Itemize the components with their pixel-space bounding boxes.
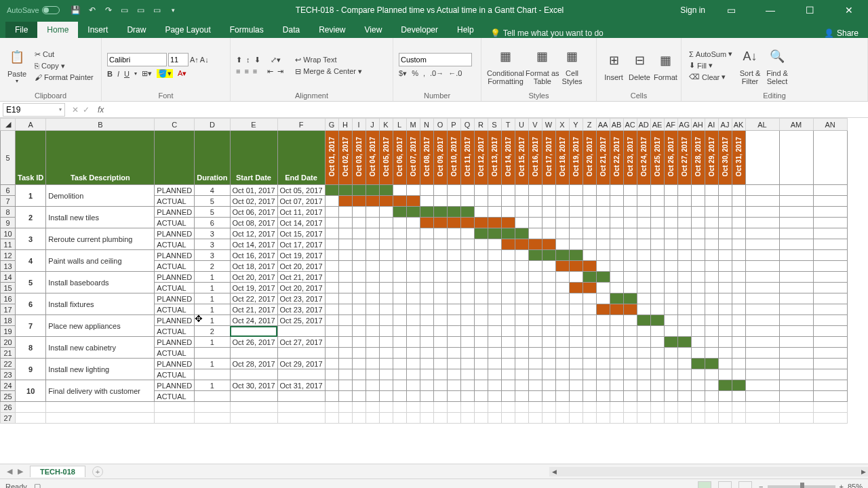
gantt-cell[interactable] (555, 228, 569, 239)
gantt-cell[interactable] (515, 293, 528, 304)
cell[interactable] (718, 413, 732, 424)
gantt-cell[interactable] (515, 380, 528, 391)
gantt-cell[interactable] (664, 326, 677, 337)
gantt-cell[interactable] (677, 304, 691, 315)
gantt-cell[interactable] (650, 196, 664, 207)
column-header[interactable]: C (155, 119, 195, 131)
gantt-cell[interactable] (637, 283, 650, 293)
gantt-cell[interactable] (460, 326, 474, 337)
end-date-cell[interactable] (277, 391, 325, 402)
duration-cell[interactable]: 3 (195, 228, 230, 239)
gantt-cell[interactable] (420, 391, 433, 402)
gantt-cell[interactable] (433, 293, 447, 304)
gantt-cell[interactable] (610, 337, 623, 348)
gantt-cell[interactable] (569, 218, 583, 228)
column-header[interactable]: P (447, 119, 460, 131)
gantt-cell[interactable] (569, 380, 583, 391)
type-cell[interactable]: ACTUAL (155, 218, 195, 228)
gantt-cell[interactable] (664, 380, 677, 391)
gantt-cell[interactable] (691, 293, 705, 304)
gantt-cell[interactable] (596, 272, 610, 283)
row-header[interactable]: 11 (1, 239, 16, 250)
sort-filter-button[interactable]: A↓Sort & Filter (738, 45, 762, 85)
align-center-icon[interactable]: ≡ (244, 67, 248, 76)
gantt-cell[interactable] (352, 261, 366, 272)
cell[interactable] (732, 413, 745, 424)
gantt-cell[interactable] (623, 359, 637, 369)
gantt-cell[interactable] (515, 359, 528, 369)
column-header[interactable]: D (195, 119, 230, 131)
gantt-cell[interactable] (352, 348, 366, 359)
cell[interactable] (569, 413, 583, 424)
gantt-cell[interactable] (338, 272, 352, 283)
start-date-cell[interactable]: Oct 16, 2017 (230, 250, 277, 261)
gantt-cell[interactable] (528, 337, 542, 348)
border-button[interactable]: ⊞▾ (142, 69, 152, 78)
gantt-cell[interactable] (596, 326, 610, 337)
gantt-cell[interactable] (691, 261, 705, 272)
task-id-cell[interactable]: 7 (16, 315, 46, 337)
gantt-cell[interactable] (488, 228, 501, 239)
gantt-cell[interactable] (542, 369, 555, 380)
gantt-cell[interactable] (542, 304, 555, 315)
cell[interactable] (610, 413, 623, 424)
align-bottom-icon[interactable]: ⬇ (254, 56, 260, 64)
fx-icon[interactable]: fx (94, 105, 108, 115)
gantt-cell[interactable] (366, 185, 379, 196)
gantt-cell[interactable] (366, 207, 379, 218)
gantt-cell[interactable] (433, 391, 447, 402)
gantt-cell[interactable] (637, 261, 650, 272)
gantt-cell[interactable] (623, 348, 637, 359)
cell[interactable] (366, 413, 379, 424)
gantt-cell[interactable] (637, 359, 650, 369)
normal-view-button[interactable] (698, 481, 711, 489)
duration-cell[interactable]: 2 (195, 326, 230, 337)
gantt-cell[interactable] (691, 228, 705, 239)
gantt-cell[interactable] (325, 185, 338, 196)
duration-cell[interactable]: 1 (195, 359, 230, 369)
gantt-cell[interactable] (705, 348, 718, 359)
gantt-cell[interactable] (406, 348, 420, 359)
gantt-cell[interactable] (691, 391, 705, 402)
column-header[interactable]: B (46, 119, 155, 131)
gantt-cell[interactable] (691, 315, 705, 326)
gantt-cell[interactable] (352, 391, 366, 402)
gantt-cell[interactable] (610, 348, 623, 359)
gantt-cell[interactable] (610, 326, 623, 337)
add-sheet-button[interactable]: + (92, 466, 103, 477)
tab-help[interactable]: Help (448, 22, 484, 38)
gantt-cell[interactable] (677, 315, 691, 326)
gantt-cell[interactable] (393, 196, 406, 207)
task-id-cell[interactable]: 6 (16, 293, 46, 315)
align-top-icon[interactable]: ⬆ (236, 56, 242, 64)
delete-cells-button[interactable]: ⊟Delete (628, 49, 651, 81)
gantt-cell[interactable] (325, 337, 338, 348)
gantt-cell[interactable] (664, 185, 677, 196)
gantt-cell[interactable] (406, 207, 420, 218)
end-date-cell[interactable] (277, 369, 325, 380)
task-desc-cell[interactable]: Paint walls and ceiling (46, 250, 155, 272)
gantt-cell[interactable] (352, 359, 366, 369)
currency-icon[interactable]: $▾ (399, 69, 407, 78)
gantt-cell[interactable] (542, 326, 555, 337)
gantt-cell[interactable] (325, 250, 338, 261)
gantt-cell[interactable] (542, 261, 555, 272)
gantt-cell[interactable] (650, 272, 664, 283)
gantt-cell[interactable] (705, 261, 718, 272)
row-header[interactable]: 22 (1, 359, 16, 369)
gantt-cell[interactable] (352, 207, 366, 218)
gantt-cell[interactable] (474, 185, 488, 196)
column-header[interactable]: AA (596, 119, 610, 131)
gantt-cell[interactable] (542, 391, 555, 402)
cell[interactable] (542, 413, 555, 424)
gantt-cell[interactable] (433, 380, 447, 391)
gantt-cell[interactable] (460, 196, 474, 207)
task-desc-cell[interactable]: Install new cabinetry (46, 337, 155, 359)
gantt-cell[interactable] (447, 348, 460, 359)
gantt-cell[interactable] (366, 304, 379, 315)
fill-button[interactable]: ⬇ Fill ▾ (687, 60, 734, 70)
gantt-cell[interactable] (569, 283, 583, 293)
gantt-cell[interactable] (569, 348, 583, 359)
gantt-cell[interactable] (637, 293, 650, 304)
type-cell[interactable]: PLANNED (155, 207, 195, 218)
